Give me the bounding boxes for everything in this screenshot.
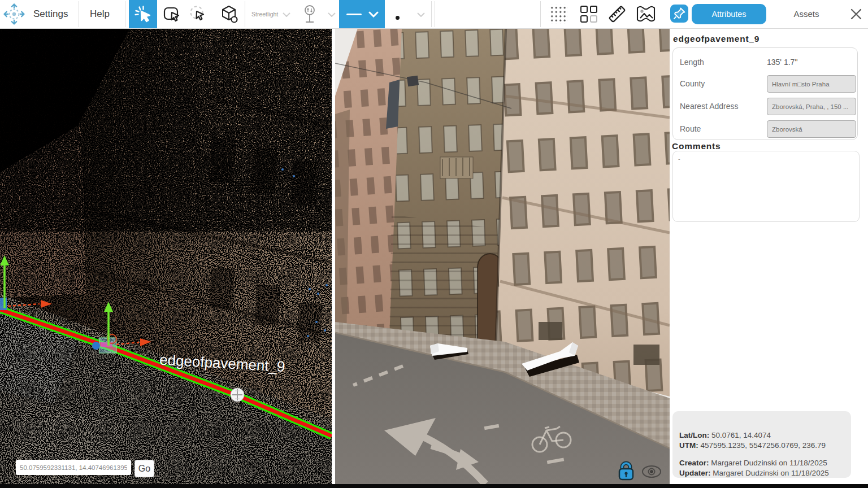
close-panel-button[interactable] xyxy=(850,8,862,20)
building-right xyxy=(496,28,670,396)
utm-value: 457595.1235, 5547256.0769, 236.79 xyxy=(701,441,826,450)
field-row-county: County xyxy=(673,73,857,95)
select-click-tool-button[interactable] xyxy=(129,0,157,28)
top-toolbar: Settings Help xyxy=(0,0,868,29)
creator-label: Creator: xyxy=(679,459,709,467)
utm-line: UTM: 457595.1235, 5547256.0769, 236.79 xyxy=(679,441,851,451)
imagery-map-button[interactable] xyxy=(634,4,658,24)
field-label: Length xyxy=(680,58,704,67)
pushpin-icon xyxy=(672,7,686,20)
point-style-dropdown[interactable] xyxy=(396,12,400,22)
chevron-down-icon xyxy=(368,11,379,18)
cursor-rectangle-icon xyxy=(162,5,181,24)
field-row-nearest-address: Nearest Address xyxy=(673,95,857,118)
cursor-dashed-circle-icon xyxy=(189,5,208,24)
field-label: Nearest Address xyxy=(680,102,739,111)
streetlight-sign-icon[interactable] xyxy=(301,4,319,24)
menu-settings[interactable]: Settings xyxy=(33,0,68,28)
comments-textarea[interactable]: - xyxy=(672,151,860,222)
field-label: Route xyxy=(680,124,701,133)
line-midpoint-marker[interactable] xyxy=(231,388,244,402)
utm-label: UTM: xyxy=(679,441,698,450)
toolbar-divider xyxy=(245,1,245,27)
bottom-strip xyxy=(0,484,868,488)
lasso-select-tool-button[interactable] xyxy=(188,4,209,24)
marquee-select-tool-button[interactable] xyxy=(162,4,182,24)
field-label: County xyxy=(680,79,705,88)
feature-title: edgeofpavement_9 xyxy=(673,34,760,44)
tab-assets[interactable]: Assets xyxy=(782,0,831,28)
chevron-down-icon[interactable] xyxy=(328,12,336,17)
updater-line: Updater: Margaret Dudzinski on 11/18/202… xyxy=(679,468,851,478)
latlon-value: 50.0761, 14.4074 xyxy=(711,431,771,439)
attributes-panel: edgeofpavement_9 Length 135' 1.7" County… xyxy=(670,28,868,484)
creator-value: Margaret Dudzinski on 11/18/2025 xyxy=(711,459,827,467)
updater-value: Margaret Dudzinski on 11/18/2025 xyxy=(713,469,828,477)
lock-view-icon[interactable] xyxy=(617,461,636,482)
updater-label: Updater: xyxy=(679,469,711,477)
cursor-spark-icon xyxy=(133,5,153,24)
toolbar-divider xyxy=(125,1,125,27)
close-icon xyxy=(850,8,862,20)
go-button[interactable]: Go xyxy=(134,460,154,477)
object-select-tool-button[interactable] xyxy=(219,4,239,24)
app-logo-crosshair-icon xyxy=(3,3,25,25)
toolbar-divider xyxy=(79,1,79,27)
creator-line: Creator: Margaret Dudzinski on 11/18/202… xyxy=(679,458,851,468)
tab-attributes[interactable]: Attributes xyxy=(692,4,766,24)
comments-heading: Comments xyxy=(672,141,721,151)
dot-grid-icon xyxy=(549,5,568,24)
county-input[interactable] xyxy=(767,75,856,93)
building-center xyxy=(389,28,506,354)
app-window: Settings Help xyxy=(0,0,868,488)
map-imagery-icon xyxy=(634,4,658,24)
toolbar-divider xyxy=(540,1,541,27)
latlon-label: Lat/Lon: xyxy=(679,431,709,439)
line-glyph-icon xyxy=(346,14,362,15)
line-style-dropdown[interactable] xyxy=(339,0,385,28)
point-cloud-toggle-button[interactable] xyxy=(549,5,568,24)
point-glyph-icon xyxy=(396,16,400,20)
cube-select-icon xyxy=(219,4,239,24)
asset-type-dropdown[interactable]: Streetlight xyxy=(251,0,278,28)
chevron-down-icon[interactable] xyxy=(283,12,290,17)
route-input[interactable] xyxy=(767,120,856,138)
photo-controls xyxy=(617,461,663,482)
measure-tool-button[interactable] xyxy=(607,4,627,24)
pointcloud-viewport[interactable]: edgeofpavement_9 Go xyxy=(0,28,332,484)
attribute-fields-card: Length 135' 1.7" County Nearest Address … xyxy=(672,47,858,140)
ruler-icon xyxy=(607,4,627,24)
field-value-length: 135' 1.7" xyxy=(767,58,797,67)
latlon-line: Lat/Lon: 50.0761, 14.4074 xyxy=(679,430,851,441)
chevron-down-icon[interactable] xyxy=(417,12,425,17)
nearest-address-input[interactable] xyxy=(767,98,856,115)
field-row-length: Length 135' 1.7" xyxy=(673,51,857,74)
menu-help[interactable]: Help xyxy=(90,0,110,28)
street-lamp xyxy=(407,76,419,86)
street-photo-viewport[interactable] xyxy=(335,28,670,484)
toolbar-divider xyxy=(435,1,435,27)
quad-view-icon xyxy=(580,6,597,23)
view-layout-button[interactable] xyxy=(580,6,597,23)
toolbar-divider xyxy=(431,1,432,27)
eye-visibility-icon[interactable] xyxy=(640,463,663,480)
pointcloud-scene xyxy=(0,28,332,484)
street-photo-scene xyxy=(335,28,670,484)
coordinate-jump-bar: Go xyxy=(16,460,154,477)
geolocation-info-card: Lat/Lon: 50.0761, 14.4074 UTM: 457595.12… xyxy=(672,411,851,478)
pin-panel-button[interactable] xyxy=(670,5,688,23)
field-row-route: Route xyxy=(673,118,857,141)
coordinate-input[interactable] xyxy=(16,460,131,475)
